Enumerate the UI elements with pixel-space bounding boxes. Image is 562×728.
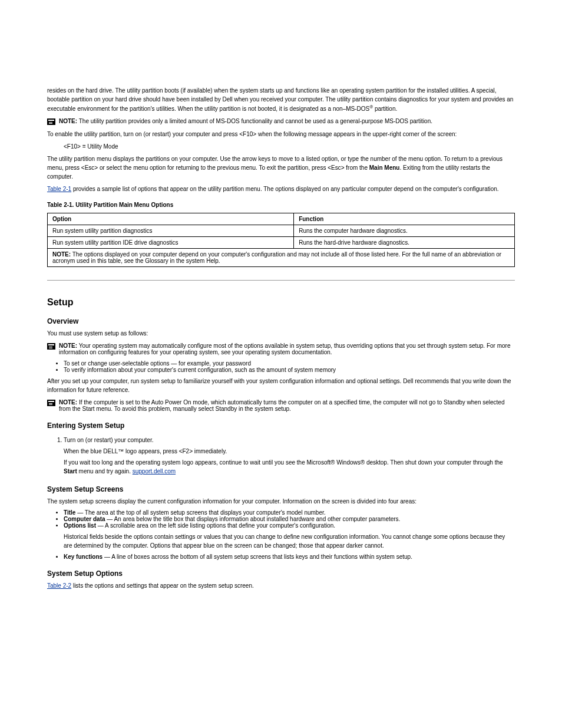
note-1: NOTE: The utility partition provides onl… — [47, 118, 515, 125]
note-3: NOTE: If the computer is set to the Auto… — [47, 399, 515, 412]
note-2: NOTE: Your operating system may automati… — [47, 342, 515, 355]
overview-heading: Overview — [47, 317, 515, 325]
support-link[interactable]: support.dell.com — [133, 468, 176, 475]
utility-partition-table: Option Function Run system utility parti… — [47, 213, 515, 267]
th-option: Option — [48, 213, 294, 225]
table-row: Run system utility partition IDE drive d… — [48, 237, 515, 249]
screens-paragraph: The system setup screens display the cur… — [47, 497, 515, 506]
th-function: Function — [294, 213, 515, 225]
list-item: Computer data — An area below the title … — [64, 516, 515, 522]
enter-setup-steps: Turn on (or restart) your computer. When… — [47, 436, 515, 476]
table-link-paragraph: Table 2-1 provides a sample list of opti… — [47, 185, 515, 193]
table-caption: Table 2-1. Utility Partition Main Menu O… — [47, 200, 515, 209]
table-2-1-link[interactable]: Table 2-1 — [47, 186, 71, 192]
note-icon — [47, 343, 55, 350]
list-item: Options list — A scrollable area on the … — [64, 522, 515, 550]
list-item: To verify information about your compute… — [64, 367, 515, 373]
after-paragraph: After you set up your computer, run syst… — [47, 377, 515, 394]
screens-list: Title — The area at the top of all syste… — [47, 509, 515, 560]
note-icon — [47, 400, 55, 406]
menu-paragraph: The utility partition menu displays the … — [47, 154, 515, 181]
list-item: Key functions — A line of boxes across t… — [64, 554, 515, 560]
setup-heading: Setup — [47, 297, 515, 308]
table-2-2-link[interactable]: Table 2-2 — [47, 582, 71, 589]
table-header-row: Option Function — [48, 213, 515, 225]
list-item: To set or change user-selectable options… — [64, 360, 515, 367]
enable-code: <F10> = Utility Mode — [64, 142, 515, 151]
overview-list: To set or change user-selectable options… — [47, 360, 515, 373]
entering-setup-heading: Entering System Setup — [47, 421, 515, 430]
table-row: Run system utility partition diagnostics… — [48, 225, 515, 237]
table-note-row: NOTE: The options displayed on your comp… — [48, 249, 515, 267]
screens-heading: System Setup Screens — [47, 485, 515, 493]
list-item: Title — The area at the top of all syste… — [64, 509, 515, 516]
intro-paragraph: resides on the hard drive. The utility p… — [47, 86, 515, 113]
options-heading: System Setup Options — [47, 569, 515, 578]
note-icon — [47, 118, 55, 125]
options-paragraph: Table 2-2 lists the options and settings… — [47, 581, 515, 590]
enable-paragraph: To enable the utility partition, turn on… — [47, 130, 515, 139]
list-item: Turn on (or restart) your computer. When… — [64, 436, 515, 476]
section-divider — [47, 280, 515, 281]
overview-paragraph: You must use system setup as follows: — [47, 329, 515, 338]
